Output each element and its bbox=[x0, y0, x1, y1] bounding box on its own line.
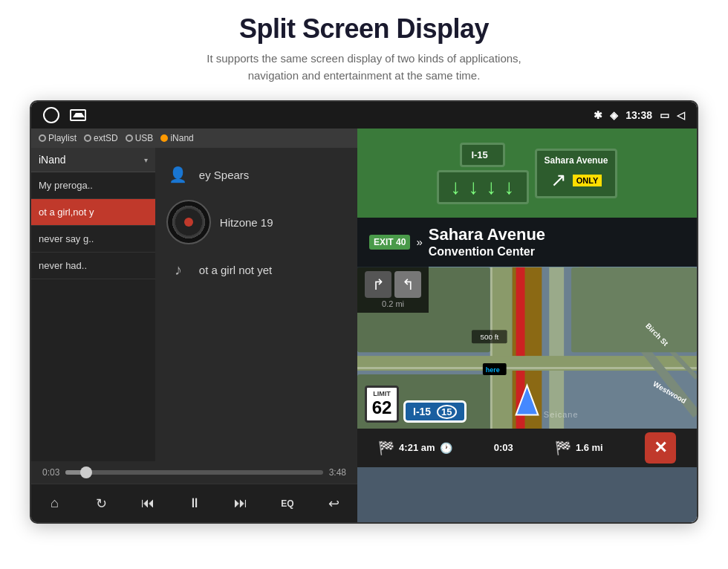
page-header: Split Screen Display It supports the sam… bbox=[0, 0, 728, 91]
time-elapsed: 0:03 bbox=[42, 467, 59, 478]
status-left-icons bbox=[43, 107, 86, 123]
source-label-extsd: extSD bbox=[94, 133, 118, 143]
map-area: here Birch St Westwood 500 ft ↱ ↰ 0.2 mi bbox=[357, 267, 697, 467]
source-tabs: Playlist extSD USB iNand bbox=[31, 129, 357, 148]
source-dropdown[interactable]: iNand ▾ bbox=[31, 148, 155, 172]
turn-instruction: ↱ ↰ 0.2 mi bbox=[357, 267, 429, 313]
music-main-content: 👤 ey Spears Hitzone 19 ♪ ot a girl not y… bbox=[155, 148, 357, 461]
progress-section: 0:03 3:48 bbox=[31, 461, 357, 484]
turn-left-icon: ↱ bbox=[365, 271, 391, 298]
progress-thumb bbox=[80, 466, 92, 478]
route-destination: Convention Center bbox=[429, 244, 545, 259]
only-label: ONLY bbox=[573, 175, 602, 186]
svg-rect-7 bbox=[357, 367, 697, 369]
status-bar: ✱ ◈ 13:38 ▭ ◁ bbox=[31, 102, 697, 129]
person-icon: 👤 bbox=[166, 163, 190, 186]
playlist-main-area: iNand ▾ My preroga.. ot a girl,not y nev… bbox=[31, 148, 357, 461]
clock-icon: 🕐 bbox=[440, 442, 452, 454]
arrival-time: 4:21 am bbox=[399, 442, 435, 453]
chevron-down-icon: ▾ bbox=[144, 156, 148, 164]
radio-dot-inand bbox=[160, 134, 168, 142]
play-pause-button[interactable]: ⏸ bbox=[181, 490, 209, 518]
speed-limit-badge: LIMIT 62 bbox=[365, 386, 399, 423]
song-row: ♪ ot a girl not yet bbox=[166, 258, 346, 282]
nav-panel: I-15 ↓ ↓ ↓ ↓ Sahara Avenue ↗ ONLY bbox=[357, 129, 697, 522]
svg-rect-11 bbox=[571, 267, 697, 351]
list-item[interactable]: ot a girl,not y bbox=[31, 199, 155, 226]
elapsed-time: 0:03 bbox=[494, 442, 513, 453]
remaining-info: 🏁 1.6 mi bbox=[555, 440, 603, 456]
prev-button[interactable]: ⏮ bbox=[134, 490, 162, 518]
source-tab-extsd[interactable]: extSD bbox=[84, 133, 118, 143]
list-item[interactable]: never say g.. bbox=[31, 226, 155, 253]
turn-right-icon: ↰ bbox=[394, 271, 421, 298]
list-item[interactable]: never had.. bbox=[31, 253, 155, 279]
highway-marker: I-15 15 bbox=[403, 400, 466, 423]
album-row: Hitzone 19 bbox=[166, 200, 346, 244]
highway-signs: I-15 ↓ ↓ ↓ ↓ Sahara Avenue ↗ ONLY bbox=[357, 129, 697, 218]
route-banner: EXIT 40 » Sahara Avenue Convention Cente… bbox=[357, 218, 697, 267]
status-time: 13:38 bbox=[625, 109, 652, 121]
music-note-icon: ♪ bbox=[166, 258, 190, 282]
speed-number: 62 bbox=[371, 397, 392, 418]
back-button[interactable]: ↩ bbox=[320, 490, 348, 518]
eq-button[interactable]: EQ bbox=[273, 490, 302, 518]
highway-label: I-15 bbox=[413, 406, 431, 417]
repeat-button[interactable]: ↻ bbox=[87, 490, 115, 518]
checkered-end-icon: 🏁 bbox=[555, 440, 571, 456]
bluetooth-icon: ✱ bbox=[594, 109, 602, 121]
progress-bar-wrap: 0:03 3:48 bbox=[42, 467, 346, 478]
arrival-info: 🏁 4:21 am 🕐 bbox=[378, 440, 452, 456]
exit-badge: EXIT 40 bbox=[369, 235, 410, 250]
screen-icon: ▭ bbox=[660, 109, 669, 121]
radio-dot-usb bbox=[126, 134, 133, 142]
status-right-info: ✱ ◈ 13:38 ▭ ◁ bbox=[594, 109, 685, 121]
split-screen: Playlist extSD USB iNand bbox=[31, 129, 697, 522]
route-name: Sahara Avenue bbox=[429, 225, 545, 244]
source-tab-usb[interactable]: USB bbox=[126, 133, 154, 143]
back-icon: ◁ bbox=[677, 109, 685, 121]
page-subtitle: It supports the same screen display of t… bbox=[0, 51, 728, 84]
source-tab-playlist[interactable]: Playlist bbox=[39, 133, 77, 143]
progress-bar[interactable] bbox=[65, 470, 322, 475]
turn-arrows: ↱ ↰ bbox=[365, 271, 421, 298]
source-label-inand: iNand bbox=[170, 133, 193, 143]
remaining-distance: 1.6 mi bbox=[576, 442, 603, 453]
controls-bar: ⌂ ↻ ⏮ ⏸ ⏭ EQ ↩ bbox=[31, 484, 357, 522]
album-name: Hitzone 19 bbox=[220, 216, 273, 229]
vinyl-center bbox=[184, 218, 193, 227]
device-frame: ✱ ◈ 13:38 ▭ ◁ Playlist extSD bbox=[30, 100, 698, 524]
vinyl-disc bbox=[166, 200, 211, 244]
route-text: Sahara Avenue Convention Center bbox=[429, 225, 545, 259]
image-icon bbox=[70, 109, 86, 121]
song-name: ot a girl not yet bbox=[199, 264, 272, 276]
home-button[interactable]: ⌂ bbox=[40, 490, 68, 518]
source-label-usb: USB bbox=[135, 133, 154, 143]
source-label-playlist: Playlist bbox=[48, 133, 77, 143]
checkered-start-icon: 🏁 bbox=[378, 440, 394, 456]
svg-text:here: here bbox=[486, 366, 500, 374]
artist-name: ey Spears bbox=[199, 169, 250, 181]
distance-ft: 0.2 mi bbox=[382, 299, 404, 308]
location-icon: ◈ bbox=[610, 109, 618, 121]
home-icon bbox=[43, 107, 59, 123]
page-title: Split Screen Display bbox=[0, 13, 728, 45]
radio-dot-playlist bbox=[39, 134, 46, 142]
list-item[interactable]: My preroga.. bbox=[31, 172, 155, 199]
track-info: 👤 ey Spears Hitzone 19 ♪ ot a girl not y… bbox=[166, 163, 346, 282]
watermark: Seicane bbox=[544, 410, 579, 419]
music-panel: Playlist extSD USB iNand bbox=[31, 129, 357, 522]
source-tab-inand[interactable]: iNand bbox=[160, 133, 193, 143]
artist-row: 👤 ey Spears bbox=[166, 163, 346, 186]
nav-bottom-bar: 🏁 4:21 am 🕐 0:03 🏁 1.6 mi ✕ bbox=[357, 429, 697, 467]
playlist-items: My preroga.. ot a girl,not y never say g… bbox=[31, 172, 155, 461]
svg-text:500 ft: 500 ft bbox=[480, 333, 498, 341]
elapsed-info: 0:03 bbox=[494, 442, 513, 453]
next-button[interactable]: ⏭ bbox=[227, 490, 255, 518]
time-total: 3:48 bbox=[329, 467, 346, 478]
playlist-sidebar: iNand ▾ My preroga.. ot a girl,not y nev… bbox=[31, 148, 155, 461]
source-dropdown-label: iNand bbox=[39, 154, 66, 166]
close-nav-button[interactable]: ✕ bbox=[645, 432, 676, 464]
radio-dot-extsd bbox=[84, 134, 91, 142]
